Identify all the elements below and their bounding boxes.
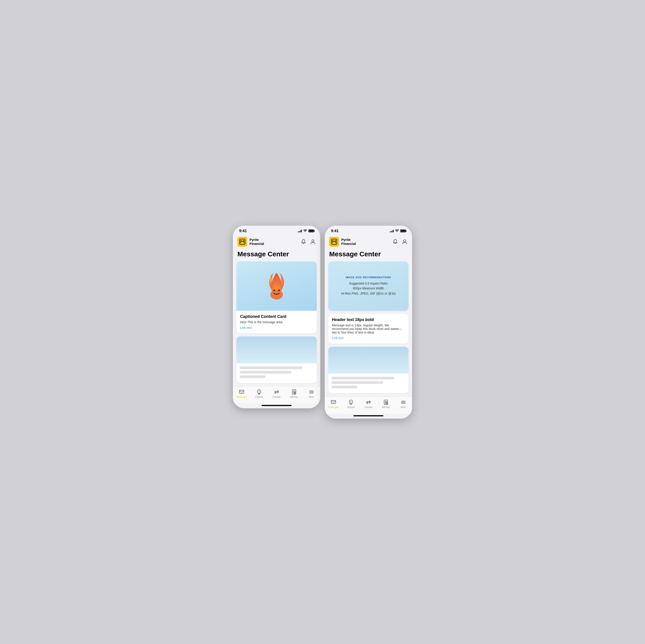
- card-message-1: Hey! This is the message area.: [240, 320, 313, 324]
- image-rec-card: IMAGE SIZE RECOMMENDATIONS Suggested 4:3…: [328, 262, 409, 311]
- logo-area-left: Pyrite Financial: [237, 237, 264, 247]
- tab-billpay-left[interactable]: Bill Pay: [285, 388, 303, 399]
- tab-deposit-left[interactable]: $ Deposit: [250, 388, 268, 399]
- home-indicator-right: [354, 415, 383, 416]
- page-title-right: Message Center: [325, 249, 412, 262]
- app-header-right: Pyrite Financial: [325, 235, 412, 249]
- home-indicator-left: [262, 405, 291, 406]
- tab-transfer-label-right: Transfer: [364, 406, 373, 408]
- logo-icon-left: [239, 239, 245, 245]
- wifi-icon-left: [303, 230, 307, 232]
- logo-box-right: [329, 237, 339, 247]
- messages-tab-icon-right: [331, 399, 337, 405]
- skeleton-line-6: [332, 386, 358, 388]
- more-tab-icon-left: [308, 389, 314, 395]
- tab-bar-left: Messages $ Deposit Transfer: [233, 386, 320, 404]
- skeleton-line-1: [240, 366, 302, 369]
- card-image-1: [236, 262, 317, 311]
- tab-deposit-label-right: Deposit: [347, 406, 355, 408]
- skeleton-line-4: [332, 377, 394, 379]
- transfer-tab-icon-left: [274, 389, 279, 395]
- svg-rect-3: [239, 390, 244, 393]
- card-link-2[interactable]: Link text: [332, 336, 344, 340]
- header-icons-right: [392, 239, 408, 245]
- skeleton-line-5: [332, 381, 383, 384]
- logo-text-left: Pyrite Financial: [249, 238, 264, 246]
- tab-billpay-label-right: Bill Pay: [382, 406, 390, 408]
- bell-icon-left[interactable]: [300, 239, 306, 245]
- svg-text:$: $: [259, 391, 259, 393]
- card-title-2: Header text 18px bold: [332, 317, 405, 322]
- card-title-1: Captioned Content Card: [240, 314, 313, 319]
- flame-icon: [264, 270, 289, 302]
- status-bar-left: 9:41: [233, 226, 320, 235]
- logo-text-right: Pyrite Financial: [341, 238, 356, 246]
- phone-right: 9:41: [325, 226, 412, 418]
- logo-icon-right: [331, 239, 337, 245]
- profile-icon-left[interactable]: [310, 239, 316, 245]
- tab-billpay-right[interactable]: Bill Pay: [377, 398, 395, 409]
- status-time-right: 9:41: [331, 229, 339, 233]
- svg-rect-9: [331, 400, 336, 404]
- tab-billpay-label-left: Bill Pay: [290, 396, 298, 398]
- card-body-1: Captioned Content Card Hey! This is the …: [236, 311, 317, 333]
- card-link-1[interactable]: Link text: [240, 326, 252, 329]
- deposit-tab-icon-right: $: [348, 399, 354, 405]
- status-bar-right: 9:41: [325, 226, 412, 235]
- tab-messages-right[interactable]: Messages: [325, 398, 342, 409]
- wifi-icon-right: [395, 230, 399, 232]
- signal-icon-right: [390, 230, 394, 232]
- messages-tab-icon-left: [239, 389, 245, 395]
- skeleton-body-1: [236, 363, 317, 383]
- tab-deposit-label-left: Deposit: [255, 396, 263, 398]
- tab-more-label-right: More: [401, 406, 406, 408]
- tab-transfer-right[interactable]: Transfer: [360, 398, 377, 409]
- profile-icon-right[interactable]: [402, 239, 408, 245]
- content-area-right[interactable]: IMAGE SIZE RECOMMENDATIONS Suggested 4:3…: [325, 262, 412, 396]
- more-tab-icon-right: [400, 399, 406, 405]
- tab-messages-label-left: Messages: [236, 396, 247, 398]
- status-icons-left: [298, 230, 314, 232]
- app-header-left: Pyrite Financial: [233, 235, 320, 249]
- billpay-tab-icon-left: [291, 389, 297, 395]
- card-body-2: Header text 18px bold Message text is 13…: [328, 314, 409, 344]
- skeleton-body-2: [328, 374, 409, 393]
- content-area-left[interactable]: Captioned Content Card Hey! This is the …: [233, 262, 320, 386]
- tab-more-right[interactable]: More: [395, 398, 412, 409]
- skeleton-card-2: [328, 347, 409, 393]
- bell-icon-right[interactable]: [392, 239, 398, 245]
- deposit-tab-icon-left: $: [256, 389, 262, 395]
- phones-container: 9:41: [233, 226, 412, 418]
- status-time-left: 9:41: [239, 229, 247, 233]
- tab-transfer-label-left: Transfer: [272, 396, 281, 398]
- tab-transfer-left[interactable]: Transfer: [268, 388, 285, 399]
- transfer-tab-icon-right: [366, 399, 371, 405]
- battery-icon-left: [308, 230, 314, 232]
- skeleton-line-3: [240, 375, 266, 378]
- skeleton-line-2: [240, 371, 291, 374]
- tab-bar-right: Messages $ Deposit Transfer: [325, 396, 412, 414]
- card-message-2: Message text is 13px, regular weight. We…: [332, 323, 405, 334]
- battery-icon-right: [400, 230, 406, 232]
- phone-left: 9:41: [233, 226, 320, 408]
- page-title-left: Message Center: [233, 249, 320, 262]
- svg-point-8: [404, 240, 406, 242]
- svg-point-1: [312, 240, 314, 242]
- signal-icon-left: [298, 230, 302, 232]
- skeleton-card-1: [236, 336, 317, 383]
- logo-box-left: [237, 237, 247, 247]
- tab-more-label-left: More: [309, 396, 314, 398]
- tab-messages-label-right: Messages: [328, 406, 339, 408]
- tab-more-left[interactable]: More: [303, 388, 320, 399]
- tab-deposit-right[interactable]: $ Deposit: [342, 398, 360, 409]
- image-rec-area: IMAGE SIZE RECOMMENDATIONS Suggested 4:3…: [328, 262, 409, 311]
- content-card-1: Captioned Content Card Hey! This is the …: [236, 262, 317, 333]
- status-icons-right: [390, 230, 406, 232]
- image-rec-text: Suggested 4:3 Aspect Ratio 600px Minimum…: [341, 281, 396, 296]
- header-icons-left: [300, 239, 316, 245]
- billpay-tab-icon-right: [383, 399, 389, 405]
- skeleton-image-2: [328, 347, 409, 374]
- tab-messages-left[interactable]: Messages: [233, 388, 250, 399]
- logo-area-right: Pyrite Financial: [329, 237, 356, 247]
- image-rec-label: IMAGE SIZE RECOMMENDATIONS: [346, 276, 391, 279]
